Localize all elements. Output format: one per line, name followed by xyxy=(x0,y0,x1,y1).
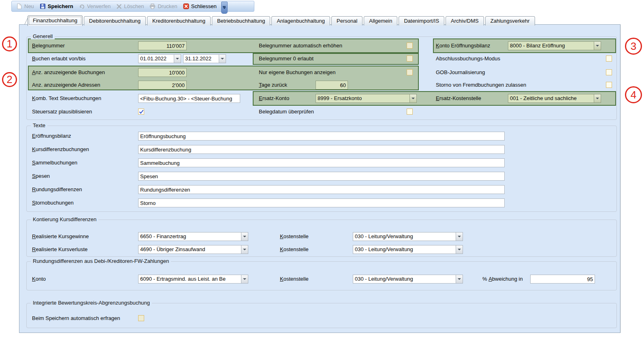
dropdown-button[interactable] xyxy=(594,42,601,50)
abschlussbuchungs-modus-checkbox[interactable] xyxy=(606,55,612,62)
kostenstelle-gewinne-label: Kostenstelle xyxy=(280,232,309,241)
kostenstelle-gewinne-select[interactable]: 030 - Leitung/Verwaltung xyxy=(353,232,463,241)
discard-button[interactable]: Verwerfen xyxy=(76,2,114,11)
dropdown-button[interactable] xyxy=(594,94,601,102)
save-icon xyxy=(40,3,46,9)
abschlussbuchungs-modus-label: Abschlussbuchungs-Modus xyxy=(436,54,500,63)
stornobuchungen-label: Stornobuchungen xyxy=(32,198,74,207)
ersatz-kostenstelle-select[interactable]: 001 - Zeitliche und sachliche xyxy=(508,94,601,103)
dropdown-button[interactable] xyxy=(174,55,181,63)
new-button[interactable]: Neu xyxy=(13,2,37,11)
buchen-von-date-select[interactable]: 01.01.2022 xyxy=(138,54,181,63)
annotation-1: 1 xyxy=(2,36,17,51)
anz-buchungen-input[interactable] xyxy=(138,68,187,77)
konto-value: 6090 - Ertragsmind. aus Leist. an Be xyxy=(139,275,241,283)
close-button[interactable]: Schliessen xyxy=(180,2,220,11)
dropdown-button[interactable] xyxy=(241,275,248,283)
dropdown-button[interactable] xyxy=(219,55,226,63)
komb-text-input[interactable] xyxy=(138,94,240,103)
konto-label: Konto xyxy=(32,275,46,284)
kostenstelle-fw-label: Kostenstelle xyxy=(280,275,309,284)
tage-zurueck-input[interactable] xyxy=(316,81,348,90)
abweichung-label: % Abweichung in xyxy=(482,275,523,284)
steuersatz-checkbox[interactable] xyxy=(138,109,144,115)
rundungsdifferenzen-input[interactable] xyxy=(138,185,505,194)
group-texte: Texte Eröffnungsbilanz Kursdifferenzbuch… xyxy=(26,126,617,212)
tab-personal[interactable]: Personal xyxy=(331,16,363,26)
storno-fremdbuchungen-label: Storno von Fremdbuchungen zulassen xyxy=(436,81,526,90)
annotation-3: 3 xyxy=(625,38,642,55)
tab-betriebsbuchhaltung[interactable]: Betriebsbuchhaltung xyxy=(212,16,271,26)
eroeffnungsbilanz-label: Eröffnungsbilanz xyxy=(32,132,71,141)
realisierte-kursverluste-select[interactable]: 4690 - Übriger Zinsaufwand xyxy=(138,245,248,254)
kostenstelle-verluste-select[interactable]: 030 - Leitung/Verwaltung xyxy=(353,245,463,254)
belegnummer-0-checkbox[interactable] xyxy=(407,55,413,62)
dropdown-button[interactable] xyxy=(456,245,463,254)
group-generell: Generell Belegnummer Buchen erlaubt von/… xyxy=(26,36,617,120)
kostenstelle-fw-value: 030 - Leitung/Verwaltung xyxy=(353,275,456,283)
belegdatum-checkbox[interactable] xyxy=(407,109,413,115)
kostenstelle-verluste-value: 030 - Leitung/Verwaltung xyxy=(353,245,456,254)
belegnummer-auto-checkbox[interactable] xyxy=(407,43,413,49)
tab-allgemein[interactable]: Allgemein xyxy=(364,16,397,26)
kostenstelle-fw-select[interactable]: 030 - Leitung/Verwaltung xyxy=(353,275,463,284)
realisierte-kursgewinne-select[interactable]: 6650 - Finanzertrag xyxy=(138,232,248,241)
tab-archiv-dms[interactable]: Archiv/DMS xyxy=(446,16,484,26)
gob-journalisierung-label: GOB-Journalisierung xyxy=(436,68,485,77)
realisierte-kursgewinne-label: Realisierte Kursgewinne xyxy=(32,232,89,241)
spesen-input[interactable] xyxy=(138,172,505,181)
belegdatum-label: Belegdatum überprüfen xyxy=(259,107,314,116)
ersatz-konto-value: 8999 - Ersatzkonto xyxy=(316,94,409,102)
anz-adressen-input[interactable] xyxy=(138,81,187,90)
abweichung-input[interactable] xyxy=(530,275,595,284)
beim-speichern-checkbox[interactable] xyxy=(138,315,144,321)
steuersatz-label: Steuersatz plausiblisieren xyxy=(32,107,92,116)
ersatz-konto-select[interactable]: 8999 - Ersatzkonto xyxy=(316,94,417,103)
belegnummer-label: Belegnummer xyxy=(32,41,65,50)
annotation-2: 2 xyxy=(2,72,17,87)
print-button-label: Drucken xyxy=(158,3,177,9)
sammelbuchungen-label: Sammelbuchungen xyxy=(32,158,77,167)
tab-datenimport-is[interactable]: Datenimport/IS xyxy=(399,16,444,26)
dropdown-button[interactable] xyxy=(241,232,248,241)
sammelbuchungen-input[interactable] xyxy=(138,158,505,167)
discard-button-label: Verwerfen xyxy=(87,3,111,9)
buchen-erlaubt-label: Buchen erlaubt von/bis xyxy=(32,54,85,63)
delete-button-label: Löschen xyxy=(124,3,144,9)
kostenstelle-verluste-label: Kostenstelle xyxy=(280,245,309,254)
gob-journalisierung-checkbox[interactable] xyxy=(606,69,612,75)
toolbar: Neu Speichern Verwerfen Löschen Drucken xyxy=(11,1,254,12)
dropdown-button[interactable] xyxy=(456,275,463,283)
dropdown-button[interactable] xyxy=(456,232,463,241)
spesen-label: Spesen xyxy=(32,172,50,181)
application-window: Neu Speichern Verwerfen Löschen Drucken xyxy=(0,0,644,337)
konto-select[interactable]: 6090 - Ertragsmind. aus Leist. an Be xyxy=(138,275,248,284)
close-icon xyxy=(183,3,189,9)
toolbar-overflow-button[interactable] xyxy=(221,2,228,14)
belegnummer-input[interactable] xyxy=(138,41,187,50)
dropdown-button[interactable] xyxy=(409,94,416,102)
kursdifferenzbuchungen-label: Kursdifferenzbuchungen xyxy=(32,145,89,154)
stornobuchungen-input[interactable] xyxy=(138,198,505,207)
rundungsdifferenzen-label: Rundungsdifferenzen xyxy=(32,185,82,194)
konto-eroeffnungsbilanz-label: Konto Eröffnungsbilanz xyxy=(436,41,490,50)
highlight-box-1 xyxy=(28,38,419,53)
eroeffnungsbilanz-input[interactable] xyxy=(138,132,505,141)
kursdifferenzbuchungen-input[interactable] xyxy=(138,145,505,154)
tab-finanzbuchhaltung[interactable]: Finanzbuchhaltung xyxy=(28,15,83,26)
nur-eigene-checkbox[interactable] xyxy=(407,69,413,75)
delete-button[interactable]: Löschen xyxy=(113,2,147,11)
anz-buchungen-label: Anz. anzuzeigende Buchungen xyxy=(32,68,105,77)
buchen-bis-date-select[interactable]: 31.12.2022 xyxy=(183,54,226,63)
tab-debitorenbuchhaltung[interactable]: Debitorenbuchhaltung xyxy=(84,16,146,26)
save-button[interactable]: Speichern xyxy=(37,2,76,11)
tab-kreditorenbuchhaltung[interactable]: Kreditorenbuchhaltung xyxy=(147,16,211,26)
anz-adressen-label: Anz. anzuzeigende Adressen xyxy=(32,81,100,90)
dropdown-button[interactable] xyxy=(241,245,248,254)
storno-fremdbuchungen-checkbox[interactable] xyxy=(606,82,612,88)
konto-eroeffnungsbilanz-select[interactable]: 8000 - Bilanz Eröffnung xyxy=(508,41,601,50)
kostenstelle-gewinne-value: 030 - Leitung/Verwaltung xyxy=(353,232,456,241)
tab-anlagenbuchhaltung[interactable]: Anlagenbuchhaltung xyxy=(271,16,330,26)
tab-zahlungsverkehr[interactable]: Zahlungsverkehr xyxy=(485,16,535,26)
print-button[interactable]: Drucken xyxy=(147,2,180,11)
